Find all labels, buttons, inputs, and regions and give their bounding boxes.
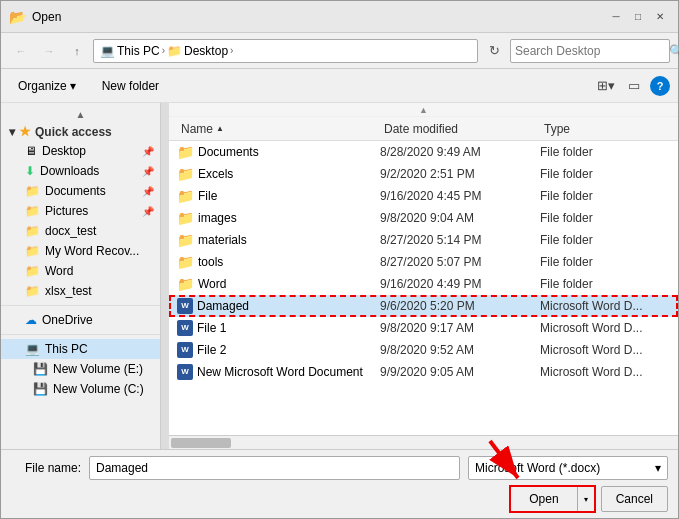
documents-pin-icon: 📌: [142, 186, 154, 197]
file-date-cell: 8/27/2020 5:14 PM: [380, 233, 540, 247]
table-row[interactable]: 📁 materials 8/27/2020 5:14 PM File folde…: [169, 229, 678, 251]
new-folder-button[interactable]: New folder: [93, 74, 168, 98]
this-pc-sidebar-icon: 💻: [25, 342, 40, 356]
sidebar-item-docx-test[interactable]: 📁 docx_test: [1, 221, 160, 241]
table-row[interactable]: 📁 Word 9/16/2020 4:49 PM File folder: [169, 273, 678, 295]
table-row[interactable]: W File 2 9/8/2020 9:52 AM Microsoft Word…: [169, 339, 678, 361]
file-list-scroll-up[interactable]: ▲: [419, 105, 428, 115]
table-row[interactable]: 📁 Excels 9/2/2020 2:51 PM File folder: [169, 163, 678, 185]
column-date-label: Date modified: [384, 122, 458, 136]
up-button[interactable]: ↑: [65, 39, 89, 63]
file-date-cell: 8/27/2020 5:07 PM: [380, 255, 540, 269]
file-name-cell: Damaged: [197, 299, 380, 313]
sidebar-item-word[interactable]: 📁 Word: [1, 261, 160, 281]
sidebar-item-my-word-recovery[interactable]: 📁 My Word Recov...: [1, 241, 160, 261]
view-options-button[interactable]: ⊞ ▾: [594, 74, 618, 98]
quick-access-chevron-icon: ▾: [9, 125, 15, 139]
open-dropdown-button[interactable]: ▾: [577, 486, 595, 512]
documents-folder-icon: 📁: [25, 184, 40, 198]
sidebar-item-new-volume-c-label: New Volume (C:): [53, 382, 144, 396]
table-row[interactable]: 📁 File 9/16/2020 4:45 PM File folder: [169, 185, 678, 207]
filename-row: File name: Microsoft Word (*.docx) ▾: [11, 456, 668, 480]
sidebar-item-documents-label: Documents: [45, 184, 106, 198]
folder-icon: 📁: [177, 232, 194, 248]
breadcrumb-chevron-1: ›: [162, 45, 165, 56]
address-bar: ← → ↑ 💻 This PC › 📁 Desktop › ↻ 🔍: [1, 33, 678, 69]
filename-input[interactable]: [89, 456, 460, 480]
column-sort-icon: ▲: [216, 124, 224, 133]
bottom-area: File name: Microsoft Word (*.docx) ▾: [1, 449, 678, 518]
my-word-recovery-folder-icon: 📁: [25, 244, 40, 258]
pane-button[interactable]: ▭: [622, 74, 646, 98]
file-list-header: Name ▲ Date modified Type: [169, 117, 678, 141]
file-type-cell: File folder: [540, 277, 670, 291]
sidebar-item-documents[interactable]: 📁 Documents 📌: [1, 181, 160, 201]
table-row[interactable]: 📁 tools 8/27/2020 5:07 PM File folder: [169, 251, 678, 273]
help-button[interactable]: ?: [650, 76, 670, 96]
sidebar-resize-handle[interactable]: [161, 103, 169, 449]
sidebar-quick-access-header[interactable]: ▾ ★ Quick access: [1, 122, 160, 141]
sidebar-item-desktop[interactable]: 🖥 Desktop 📌: [1, 141, 160, 161]
organize-button[interactable]: Organize ▾: [9, 74, 85, 98]
breadcrumb-desktop: 📁 Desktop: [167, 44, 228, 58]
organize-label: Organize: [18, 79, 67, 93]
filetype-dropdown[interactable]: Microsoft Word (*.docx) ▾: [468, 456, 668, 480]
close-button[interactable]: ✕: [650, 7, 670, 27]
word-doc-icon: W: [177, 320, 193, 336]
table-row[interactable]: W File 1 9/8/2020 9:17 AM Microsoft Word…: [169, 317, 678, 339]
onedrive-icon: ☁: [25, 313, 37, 327]
sidebar-item-this-pc-label: This PC: [45, 342, 88, 356]
open-button[interactable]: Open: [510, 486, 576, 512]
word-doc-icon: W: [177, 298, 193, 314]
maximize-button[interactable]: □: [628, 7, 648, 27]
column-header-name[interactable]: Name ▲: [177, 122, 380, 136]
filetype-chevron-icon: ▾: [655, 461, 661, 475]
scroll-thumb[interactable]: [171, 438, 231, 448]
file-type-cell: File folder: [540, 233, 670, 247]
sidebar-item-this-pc[interactable]: 💻 This PC: [1, 339, 160, 359]
sidebar-item-pictures[interactable]: 📁 Pictures 📌: [1, 201, 160, 221]
file-type-cell: File folder: [540, 189, 670, 203]
table-row[interactable]: 📁 images 9/8/2020 9:04 AM File folder: [169, 207, 678, 229]
file-list-area: ▲ Name ▲ Date modified Type: [169, 103, 678, 449]
file-type-cell: File folder: [540, 167, 670, 181]
forward-button[interactable]: →: [37, 39, 61, 63]
buttons-row: Open ▾ Cancel: [11, 486, 668, 512]
sidebar-item-new-volume-e[interactable]: 💾 New Volume (E:): [1, 359, 160, 379]
organize-chevron-icon: ▾: [70, 79, 76, 93]
back-button[interactable]: ←: [9, 39, 33, 63]
search-input[interactable]: [515, 44, 665, 58]
file-type-cell: File folder: [540, 255, 670, 269]
file-type-cell: File folder: [540, 211, 670, 225]
file-date-cell: 9/8/2020 9:17 AM: [380, 321, 540, 335]
file-name-cell: Documents: [198, 145, 380, 159]
file-name-cell: Excels: [198, 167, 380, 181]
sidebar-item-xlsx-test[interactable]: 📁 xlsx_test: [1, 281, 160, 301]
horizontal-scrollbar[interactable]: [169, 435, 678, 449]
sidebar-item-onedrive[interactable]: ☁ OneDrive: [1, 310, 160, 330]
sidebar-item-new-volume-c[interactable]: 💾 New Volume (C:): [1, 379, 160, 399]
cancel-button[interactable]: Cancel: [601, 486, 668, 512]
minimize-button[interactable]: ─: [606, 7, 626, 27]
this-pc-icon: 💻: [100, 44, 115, 58]
file-list: 📁 Documents 8/28/2020 9:49 AM File folde…: [169, 141, 678, 435]
table-row[interactable]: W Damaged 9/6/2020 5:20 PM Microsoft Wor…: [169, 295, 678, 317]
sidebar-item-downloads[interactable]: ⬇ Downloads 📌: [1, 161, 160, 181]
table-row[interactable]: 📁 Documents 8/28/2020 9:49 AM File folde…: [169, 141, 678, 163]
view-chevron-icon: ▾: [608, 78, 615, 93]
file-type-cell: File folder: [540, 145, 670, 159]
refresh-button[interactable]: ↻: [482, 39, 506, 63]
filetype-value: Microsoft Word (*.docx): [475, 461, 600, 475]
sidebar-scroll-up[interactable]: ▲: [76, 109, 86, 120]
breadcrumb[interactable]: 💻 This PC › 📁 Desktop ›: [93, 39, 478, 63]
table-row[interactable]: W New Microsoft Word Document 9/9/2020 9…: [169, 361, 678, 383]
quick-access-label: Quick access: [35, 125, 112, 139]
file-type-cell: Microsoft Word D...: [540, 343, 670, 357]
file-name-cell: tools: [198, 255, 380, 269]
desktop-icon: 🖥: [25, 144, 37, 158]
file-name-cell: New Microsoft Word Document: [197, 365, 380, 379]
file-date-cell: 9/2/2020 2:51 PM: [380, 167, 540, 181]
column-header-date[interactable]: Date modified: [380, 122, 540, 136]
column-header-type[interactable]: Type: [540, 122, 670, 136]
search-box[interactable]: 🔍: [510, 39, 670, 63]
